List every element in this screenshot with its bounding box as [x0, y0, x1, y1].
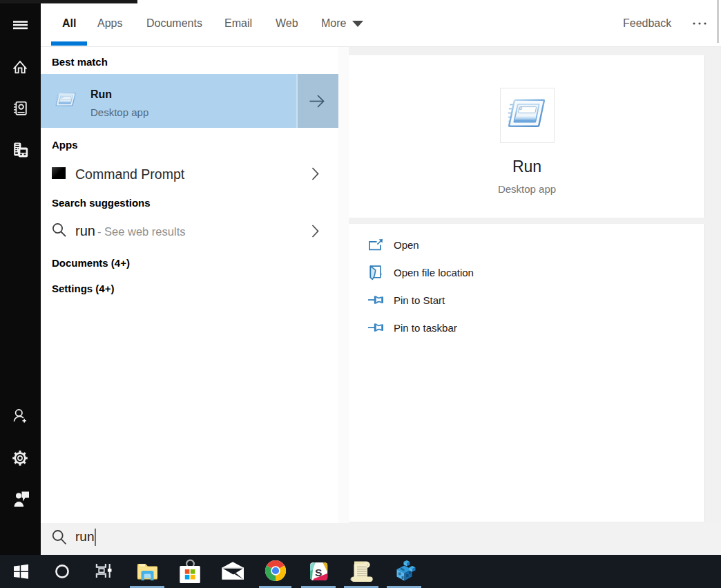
svg-text:S: S: [315, 567, 322, 578]
